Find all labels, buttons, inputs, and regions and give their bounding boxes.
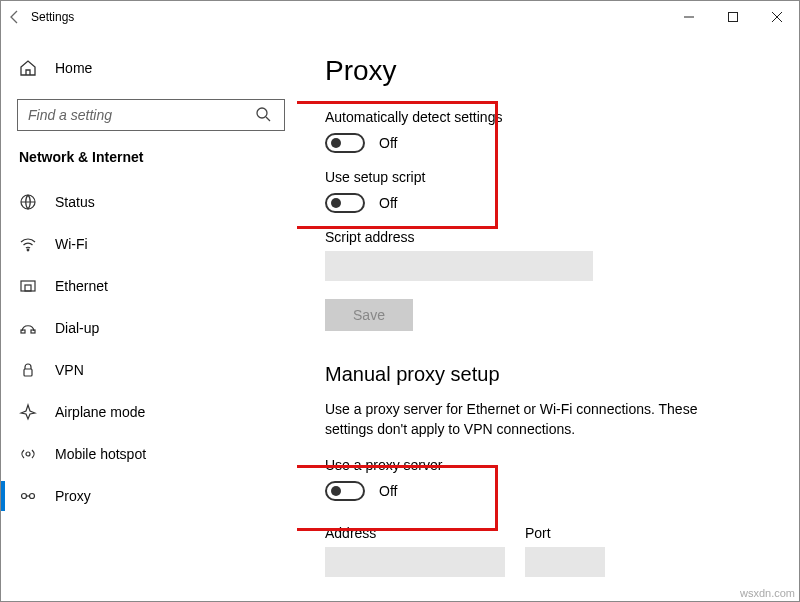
save-button[interactable]: Save: [325, 299, 413, 331]
status-icon: [19, 193, 37, 211]
svg-point-14: [22, 494, 27, 499]
manual-proxy-title: Manual proxy setup: [325, 363, 769, 386]
search-input[interactable]: [17, 99, 285, 131]
dialup-icon: [19, 319, 37, 337]
nav-list: Status Wi-Fi Ethernet: [1, 181, 297, 517]
back-arrow-icon: [7, 9, 23, 25]
category-label: Network & Internet: [1, 149, 297, 175]
content-pane: Proxy Automatically detect settings Off …: [297, 33, 799, 601]
sidebar-item-vpn[interactable]: VPN: [1, 349, 297, 391]
manual-proxy-description: Use a proxy server for Ethernet or Wi-Fi…: [325, 400, 745, 439]
sidebar-item-label: Airplane mode: [55, 404, 145, 420]
svg-rect-10: [21, 330, 25, 333]
home-nav[interactable]: Home: [1, 47, 297, 89]
use-proxy-toggle[interactable]: [325, 481, 365, 501]
page-title: Proxy: [325, 55, 769, 87]
wifi-icon: [19, 235, 37, 253]
script-address-label: Script address: [325, 229, 769, 245]
vpn-icon: [19, 361, 37, 379]
proxy-icon: [19, 487, 37, 505]
sidebar-item-airplane[interactable]: Airplane mode: [1, 391, 297, 433]
maximize-button[interactable]: [711, 1, 755, 33]
use-proxy-label: Use a proxy server: [325, 457, 769, 473]
sidebar-item-label: Status: [55, 194, 95, 210]
svg-point-7: [27, 249, 29, 251]
script-address-input[interactable]: [325, 251, 593, 281]
window-title: Settings: [31, 10, 74, 24]
sidebar-item-label: Dial-up: [55, 320, 99, 336]
port-input[interactable]: [525, 547, 605, 577]
setup-script-label: Use setup script: [325, 169, 769, 185]
use-proxy-value: Off: [379, 483, 397, 499]
svg-line-5: [266, 117, 270, 121]
sidebar: Home Network & Internet Status: [1, 33, 297, 601]
sidebar-item-hotspot[interactable]: Mobile hotspot: [1, 433, 297, 475]
titlebar: Settings: [1, 1, 799, 33]
sidebar-item-ethernet[interactable]: Ethernet: [1, 265, 297, 307]
svg-point-15: [30, 494, 35, 499]
svg-point-13: [26, 452, 30, 456]
auto-detect-toggle[interactable]: [325, 133, 365, 153]
setup-script-toggle[interactable]: [325, 193, 365, 213]
svg-rect-12: [24, 369, 32, 376]
sidebar-item-dialup[interactable]: Dial-up: [1, 307, 297, 349]
search-wrap: [17, 99, 281, 131]
hotspot-icon: [19, 445, 37, 463]
home-icon: [19, 59, 37, 77]
svg-rect-1: [729, 13, 738, 22]
port-label: Port: [525, 525, 605, 541]
sidebar-item-label: Mobile hotspot: [55, 446, 146, 462]
sidebar-item-status[interactable]: Status: [1, 181, 297, 223]
home-label: Home: [55, 60, 92, 76]
sidebar-item-label: VPN: [55, 362, 84, 378]
minimize-button[interactable]: [667, 1, 711, 33]
sidebar-item-label: Wi-Fi: [55, 236, 88, 252]
sidebar-item-wifi[interactable]: Wi-Fi: [1, 223, 297, 265]
svg-rect-9: [25, 285, 31, 291]
sidebar-item-proxy[interactable]: Proxy: [1, 475, 297, 517]
svg-point-4: [257, 108, 267, 118]
airplane-icon: [19, 403, 37, 421]
settings-window: Settings Home N: [0, 0, 800, 602]
ethernet-icon: [19, 277, 37, 295]
close-button[interactable]: [755, 1, 799, 33]
address-input[interactable]: [325, 547, 505, 577]
auto-detect-value: Off: [379, 135, 397, 151]
setup-script-value: Off: [379, 195, 397, 211]
svg-rect-8: [21, 281, 35, 291]
address-label: Address: [325, 525, 505, 541]
svg-rect-11: [31, 330, 35, 333]
sidebar-item-label: Proxy: [55, 488, 91, 504]
sidebar-item-label: Ethernet: [55, 278, 108, 294]
watermark: wsxdn.com: [740, 587, 795, 599]
auto-detect-label: Automatically detect settings: [325, 109, 769, 125]
search-icon: [255, 106, 271, 122]
